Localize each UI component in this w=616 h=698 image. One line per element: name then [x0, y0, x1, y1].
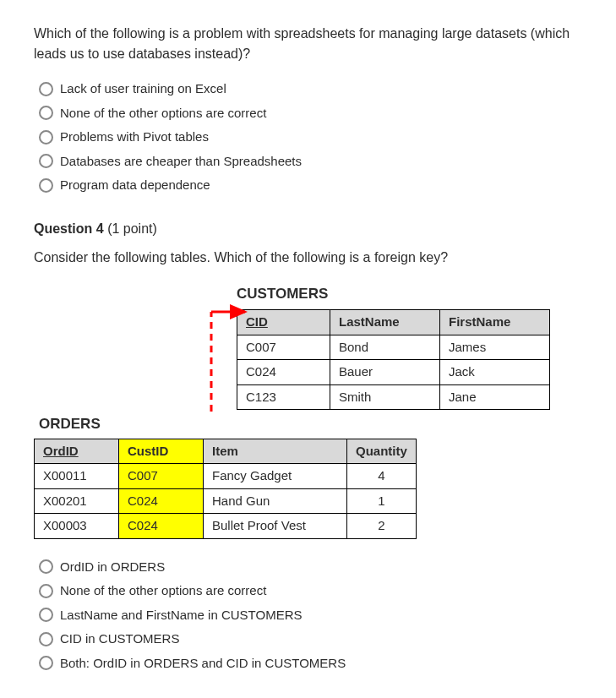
option-label: Lack of user training on Excel	[60, 79, 226, 99]
q2-option-2[interactable]: LastName and FirstName in CUSTOMERS	[39, 606, 582, 625]
radio-icon	[39, 178, 53, 193]
question2-header: Question 4 (1 point)	[34, 219, 582, 239]
q1-option-2[interactable]: Problems with Pivot tables	[39, 128, 582, 147]
col-lastname: LastName	[330, 310, 440, 335]
option-label: OrdID in ORDERS	[60, 558, 165, 577]
q1-option-4[interactable]: Program data dependence	[39, 176, 582, 195]
q2-option-3[interactable]: CID in CUSTOMERS	[39, 630, 582, 649]
col-ordid: OrdID	[35, 439, 119, 464]
orders-block: ORDERS OrdID CustID Item Quantity X00011…	[34, 413, 582, 539]
q1-option-3[interactable]: Databases are cheaper than Spreadsheets	[39, 152, 582, 172]
option-label: Problems with Pivot tables	[60, 128, 209, 147]
option-label: None of the other options are correct	[60, 104, 266, 123]
orders-title: ORDERS	[39, 413, 582, 435]
table-header-row: OrdID CustID Item Quantity	[35, 439, 417, 464]
radio-icon	[39, 656, 53, 670]
col-firstname: FirstName	[440, 310, 550, 335]
customers-table: CID LastName FirstName C007 Bond James C…	[237, 309, 550, 410]
q2-option-0[interactable]: OrdID in ORDERS	[39, 558, 582, 577]
q2-option-4[interactable]: Both: OrdID in ORDERS and CID in CUSTOME…	[39, 654, 582, 673]
option-label: None of the other options are correct	[60, 581, 266, 601]
option-label: Databases are cheaper than Spreadsheets	[60, 152, 302, 172]
q1-option-1[interactable]: None of the other options are correct	[39, 104, 582, 123]
table-row: X00011 C007 Fancy Gadget 4	[35, 464, 417, 489]
col-cid: CID	[237, 310, 330, 335]
table-row: C123 Smith Jane	[237, 384, 550, 410]
col-quantity: Quantity	[347, 439, 417, 464]
radio-icon	[39, 632, 53, 646]
option-label: CID in CUSTOMERS	[60, 630, 179, 649]
col-custid: CustID	[119, 439, 204, 464]
table-row: X00003 C024 Bullet Proof Vest 2	[35, 514, 417, 539]
option-label: Program data dependence	[60, 176, 210, 195]
radio-icon	[39, 82, 53, 96]
option-label: LastName and FirstName in CUSTOMERS	[60, 606, 302, 625]
table-header-row: CID LastName FirstName	[237, 310, 550, 335]
radio-icon	[39, 154, 53, 168]
radio-icon	[39, 130, 53, 145]
radio-icon	[39, 584, 53, 598]
question1-options: Lack of user training on Excel None of t…	[39, 79, 582, 195]
orders-table: OrdID CustID Item Quantity X00011 C007 F…	[34, 439, 417, 539]
radio-icon	[39, 106, 53, 120]
q2-option-1[interactable]: None of the other options are correct	[39, 581, 582, 601]
radio-icon	[39, 559, 53, 574]
question2-options: OrdID in ORDERS None of the other option…	[39, 558, 582, 673]
question1-text: Which of the following is a problem with…	[34, 24, 582, 64]
customers-block: CUSTOMERS CID LastName FirstName C007 Bo…	[237, 283, 582, 411]
question-points: (1 point)	[104, 221, 157, 236]
table-row: C007 Bond James	[237, 335, 550, 360]
q1-option-0[interactable]: Lack of user training on Excel	[39, 79, 582, 99]
table-row: X00201 C024 Hand Gun 1	[35, 488, 417, 514]
customers-title: CUSTOMERS	[237, 283, 582, 305]
table-row: C024 Bauer Jack	[237, 360, 550, 385]
col-item: Item	[204, 439, 347, 464]
question-number: Question 4	[34, 221, 104, 236]
tables-diagram: CUSTOMERS CID LastName FirstName C007 Bo…	[34, 283, 582, 539]
option-label: Both: OrdID in ORDERS and CID in CUSTOME…	[60, 654, 346, 673]
radio-icon	[39, 608, 53, 622]
question2-text: Consider the following tables. Which of …	[34, 248, 582, 268]
